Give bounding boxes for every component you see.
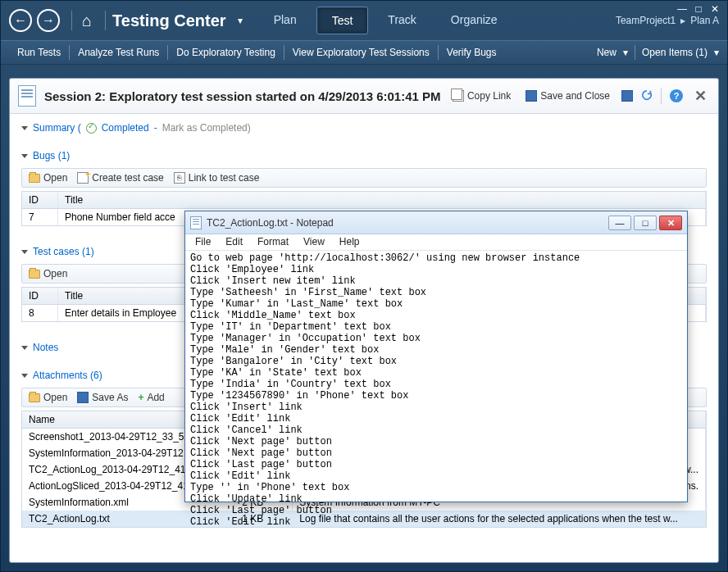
new-icon	[77, 172, 89, 184]
testcases-label[interactable]: Test cases (1)	[33, 246, 94, 257]
col-id[interactable]: ID	[22, 288, 58, 304]
forward-button[interactable]: →	[37, 9, 60, 32]
session-header: Session 2: Exploratory test session star…	[10, 79, 718, 114]
menu-view[interactable]: View	[297, 234, 331, 250]
summary-label[interactable]: Summary (	[33, 122, 81, 134]
col-id[interactable]: ID	[22, 192, 58, 208]
check-icon	[86, 123, 97, 134]
copy-icon	[453, 90, 464, 102]
link-testcase-button[interactable]: ⎘Link to test case	[174, 172, 260, 184]
bugs-toolbar: Open Create test case ⎘Link to test case	[21, 168, 707, 188]
open-button[interactable]: Open	[29, 392, 67, 403]
link-icon: ⎘	[174, 172, 185, 184]
chevron-down-icon[interactable]	[21, 346, 28, 350]
notepad-icon	[190, 216, 202, 229]
chevron-down-icon[interactable]	[21, 126, 28, 130]
save-button[interactable]	[621, 90, 633, 102]
maximize-button[interactable]: □	[691, 4, 706, 16]
folder-icon	[29, 270, 40, 279]
chevron-down-icon[interactable]	[21, 250, 28, 254]
subitem-exploratory[interactable]: Do Exploratory Testing	[168, 47, 284, 58]
window-controls: — □ ✕	[675, 4, 722, 16]
folder-icon	[29, 393, 40, 402]
menu-help[interactable]: Help	[333, 234, 366, 250]
divider	[105, 11, 106, 30]
open-button[interactable]: Open	[29, 172, 67, 184]
col-title[interactable]: Title	[58, 192, 706, 208]
save-and-close-button[interactable]: Save and Close	[522, 89, 613, 103]
document-icon	[18, 85, 36, 107]
maximize-button[interactable]: □	[634, 216, 657, 230]
create-testcase-button[interactable]: Create test case	[77, 172, 163, 184]
tab-track[interactable]: Track	[373, 7, 430, 34]
open-button[interactable]: Open	[29, 268, 67, 279]
saveas-button[interactable]: Save As	[77, 392, 128, 403]
mark-completed-link[interactable]: Mark as Completed)	[162, 122, 251, 134]
save-icon	[77, 392, 89, 403]
summary-section: Summary ( Completed - Mark as Completed)	[10, 114, 718, 142]
open-items-button[interactable]: Open Items (1)	[642, 47, 708, 58]
notepad-textarea[interactable]: Go to web page 'http://localhost:3062/' …	[185, 251, 687, 529]
subitem-runtests[interactable]: Run Tests	[9, 47, 69, 58]
chevron-right-icon: ▸	[680, 15, 685, 26]
minimize-button[interactable]: —	[675, 4, 689, 16]
chevron-down-icon[interactable]: ▾	[238, 15, 243, 26]
menu-edit[interactable]: Edit	[219, 234, 249, 250]
close-button[interactable]: ✕	[708, 4, 722, 16]
chevron-down-icon[interactable]: ▾	[714, 47, 719, 58]
notepad-menubar: File Edit Format View Help	[185, 234, 687, 251]
main-tabs: Plan Test Track Organize	[259, 7, 512, 34]
subitem-verify-bugs[interactable]: Verify Bugs	[439, 47, 505, 58]
menu-file[interactable]: File	[189, 234, 217, 250]
sub-toolbar: Run Tests Analyze Test Runs Do Explorato…	[1, 40, 727, 65]
header: ← → ⌂ Testing Center ▾ Plan Test Track O…	[1, 1, 727, 40]
notes-label[interactable]: Notes	[33, 342, 58, 353]
chevron-down-icon[interactable]: ▾	[623, 47, 628, 58]
notepad-titlebar[interactable]: TC2_ActionLog.txt - Notepad — □ ✕	[185, 211, 687, 234]
copy-link-button[interactable]: Copy Link	[449, 89, 514, 103]
folder-icon	[29, 174, 40, 183]
subitem-view-sessions[interactable]: View Exploratory Test Sessions	[284, 47, 438, 58]
back-button[interactable]: ←	[9, 9, 32, 32]
app-title: Testing Center	[112, 11, 226, 30]
notepad-title: TC2_ActionLog.txt - Notepad	[207, 217, 334, 229]
attachments-label[interactable]: Attachments (6)	[33, 370, 102, 381]
chevron-down-icon[interactable]	[21, 154, 28, 158]
chevron-down-icon[interactable]	[21, 374, 28, 378]
subitem-analyze[interactable]: Analyze Test Runs	[70, 47, 167, 58]
header-right: TeamProject1 ▸ Plan A	[616, 15, 719, 26]
close-button[interactable]: ✕	[659, 216, 682, 230]
new-button[interactable]: New	[597, 47, 617, 58]
app-window: — □ ✕ ← → ⌂ Testing Center ▾ Plan Test T…	[0, 0, 728, 572]
help-button[interactable]: ?	[670, 89, 683, 102]
session-title: Session 2: Exploratory test session star…	[44, 89, 441, 103]
plan-link[interactable]: Plan A	[690, 15, 719, 26]
refresh-button[interactable]	[641, 89, 653, 103]
home-icon[interactable]: ⌂	[82, 11, 92, 30]
close-panel-button[interactable]: ✕	[691, 87, 710, 105]
project-link[interactable]: TeamProject1	[616, 15, 676, 26]
summary-status: Completed	[102, 122, 149, 134]
save-icon	[526, 90, 537, 102]
tab-test[interactable]: Test	[316, 7, 369, 34]
bugs-label[interactable]: Bugs (1)	[33, 150, 70, 161]
notepad-window[interactable]: TC2_ActionLog.txt - Notepad — □ ✕ File E…	[184, 211, 688, 502]
divider	[71, 11, 72, 30]
tab-plan[interactable]: Plan	[259, 7, 312, 34]
tab-organize[interactable]: Organize	[436, 7, 512, 34]
menu-format[interactable]: Format	[251, 234, 295, 250]
minimize-button[interactable]: —	[608, 216, 631, 230]
add-button[interactable]: +Add	[138, 392, 164, 403]
plus-icon: +	[138, 392, 143, 403]
